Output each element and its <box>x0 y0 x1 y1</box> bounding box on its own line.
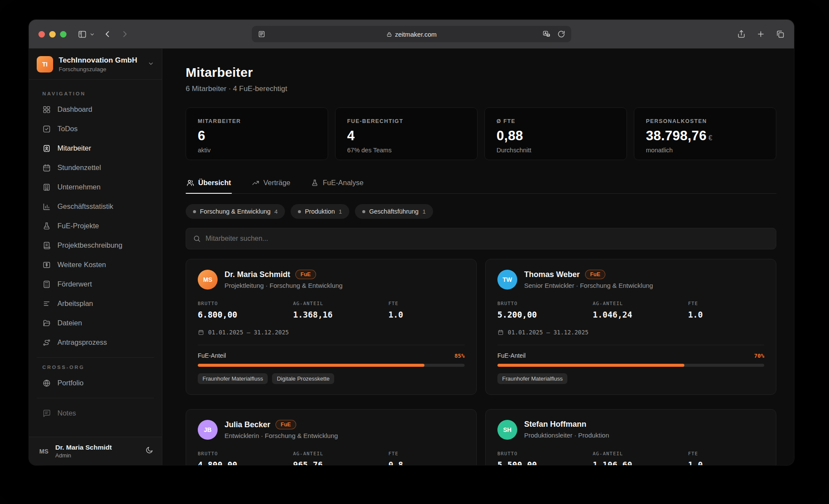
translate-icon[interactable] <box>542 30 551 38</box>
stat-value: 4 <box>347 128 465 144</box>
employee-name: Stefan Hoffmann <box>524 420 586 429</box>
share-icon[interactable] <box>737 30 746 38</box>
employee-name: Thomas Weber <box>524 270 580 279</box>
project-tag: Fraunhofer Materialfluss <box>497 373 567 384</box>
filter-chip-geschaeftsfuehrung[interactable]: Geschäftsführung 1 <box>355 204 433 219</box>
sidebar-item-foerderwert[interactable]: Förderwert <box>29 274 162 294</box>
close-window-button[interactable] <box>38 31 45 38</box>
sidebar-item-stundenzettel[interactable]: Stundenzettel <box>29 158 162 177</box>
address-bar[interactable]: zeitmaker.com <box>252 26 571 42</box>
divider <box>198 345 465 345</box>
fue-progress-track <box>497 364 764 367</box>
sidebar-item-projektbeschreibung[interactable]: Projektbeschreibung <box>29 236 162 255</box>
brutto-value: 4.800,00 <box>198 460 293 465</box>
nav-section-label: NAVIGATION <box>29 84 162 100</box>
employee-card-julia-becker[interactable]: JB Julia Becker FuE Entwicklerin · Forsc… <box>186 409 477 465</box>
tab-fue-analyse[interactable]: FuE-Analyse <box>310 174 364 193</box>
sidebar-item-label: Weitere Kosten <box>57 261 106 269</box>
ag-anteil-value: 1.046,24 <box>593 310 688 319</box>
window-controls <box>38 31 66 38</box>
stat-card-personalkosten: PERSONALKOSTEN 38.798,76€ monatlich <box>634 107 776 160</box>
message-square-icon <box>42 409 51 418</box>
stat-label: PERSONALKOSTEN <box>646 118 764 124</box>
sidebar-item-label: Förderwert <box>57 280 92 288</box>
org-logo: TI <box>37 56 53 72</box>
fte-value: 1.0 <box>388 310 465 319</box>
back-button[interactable] <box>103 30 112 38</box>
stat-sub: 67% des Teams <box>347 147 465 154</box>
new-tab-icon[interactable] <box>756 30 765 38</box>
ag-anteil-value: 965,76 <box>293 460 389 465</box>
sidebar-item-antragsprozess[interactable]: Antragsprozess <box>29 333 162 352</box>
chip-label: Forschung & Entwicklung <box>200 208 271 215</box>
sidebar-item-mitarbeiter[interactable]: Mitarbeiter <box>29 139 162 158</box>
sidebar-item-dateien[interactable]: Dateien <box>29 313 162 333</box>
tab-uebersicht[interactable]: Übersicht <box>186 174 232 193</box>
sidebar-item-notes[interactable]: Notes <box>29 403 162 423</box>
dark-mode-toggle-moon-icon[interactable] <box>145 446 153 456</box>
brutto-label: BRUTTO <box>198 451 293 457</box>
fte-value: 1.0 <box>688 460 764 465</box>
tab-vertraege[interactable]: Verträge <box>251 174 291 193</box>
users-icon <box>187 179 194 187</box>
zoom-window-button[interactable] <box>60 31 66 38</box>
brutto-label: BRUTTO <box>497 451 593 457</box>
tab-label: Übersicht <box>198 179 231 187</box>
sidebar-item-weitere-kosten[interactable]: Weitere Kosten <box>29 255 162 274</box>
calendar-icon <box>497 329 504 336</box>
minimize-window-button[interactable] <box>49 31 56 38</box>
tab-bar: Übersicht Verträge FuE-Analyse <box>186 174 776 194</box>
sidebar-item-label: Mitarbeiter <box>57 144 91 152</box>
sidebar-item-fue-projekte[interactable]: FuE-Projekte <box>29 216 162 236</box>
employee-card-maria-schmidt[interactable]: MS Dr. Maria Schmidt FuE Projektleitung … <box>186 259 477 395</box>
project-tag: Digitale Prozesskette <box>272 373 334 384</box>
cross-org-section-label: CROSS-ORG <box>29 363 162 373</box>
fte-label: FTE <box>388 301 465 306</box>
trending-up-icon <box>252 179 259 187</box>
fte-label: FTE <box>688 451 764 457</box>
sidebar-item-label: ToDos <box>57 125 78 133</box>
id-badge-icon <box>42 144 51 153</box>
stat-value: 6 <box>198 128 316 144</box>
tab-label: Verträge <box>263 179 290 187</box>
building-icon <box>42 183 51 192</box>
sidebar-nav: NAVIGATION Dashboard ToDos Mitarbeiter S… <box>29 80 162 437</box>
divider <box>497 345 764 345</box>
sidebar-item-label: Projektbeschreibung <box>57 241 122 249</box>
sidebar-item-label: Notes <box>57 409 76 417</box>
bar-chart-icon <box>42 202 51 211</box>
reload-icon[interactable] <box>557 30 565 38</box>
user-menu[interactable]: MS Dr. Maria Schmidt Admin <box>29 437 162 465</box>
stat-sub: Durchschnitt <box>497 147 615 154</box>
sidebar-item-todos[interactable]: ToDos <box>29 119 162 139</box>
sidebar-item-unternehmen[interactable]: Unternehmen <box>29 177 162 197</box>
sidebar-item-arbeitsplan[interactable]: Arbeitsplan <box>29 294 162 313</box>
org-switcher[interactable]: TI TechInnovation GmbH Forschungszulage <box>29 49 162 80</box>
sidebar-item-label: Dashboard <box>57 105 92 113</box>
employee-card-thomas-weber[interactable]: TW Thomas Weber FuE Senior Entwickler · … <box>485 259 776 395</box>
fte-label: FTE <box>388 451 465 457</box>
search-input[interactable] <box>206 235 769 243</box>
fte-label: FTE <box>688 301 764 306</box>
sidebar-toggle-icon[interactable] <box>78 30 95 39</box>
employee-card-stefan-hoffmann[interactable]: SH Stefan Hoffmann Produktionsleiter · P… <box>485 409 776 465</box>
stat-value-number: 38.798,76 <box>646 128 707 143</box>
filter-chip-produktion[interactable]: Produktion 1 <box>291 204 349 219</box>
filter-chip-forschung-entwicklung[interactable]: Forschung & Entwicklung 4 <box>186 204 285 219</box>
reader-mode-icon[interactable] <box>258 30 266 38</box>
employee-name: Dr. Maria Schmidt <box>225 270 290 279</box>
ag-anteil-label: AG-ANTEIL <box>593 301 688 306</box>
flask-icon <box>311 179 319 187</box>
forward-button[interactable] <box>120 30 129 38</box>
stat-label: FUE-BERECHTIGT <box>347 118 465 124</box>
fue-progress-fill <box>497 364 684 367</box>
circle-icon <box>42 428 51 429</box>
sidebar-item-portfolio[interactable]: Portfolio <box>29 373 162 393</box>
tab-overview-icon[interactable] <box>776 30 785 38</box>
sidebar-item-geschaeftsstatistik[interactable]: Geschäftsstatistik <box>29 197 162 216</box>
stats-row: MITARBEITER 6 aktiv FUE-BERECHTIGT 4 67%… <box>186 107 776 160</box>
sidebar-item-partial[interactable] <box>29 423 162 429</box>
calculator-icon <box>42 280 51 289</box>
sidebar-item-dashboard[interactable]: Dashboard <box>29 100 162 119</box>
stat-value: 0,88 <box>497 128 615 144</box>
